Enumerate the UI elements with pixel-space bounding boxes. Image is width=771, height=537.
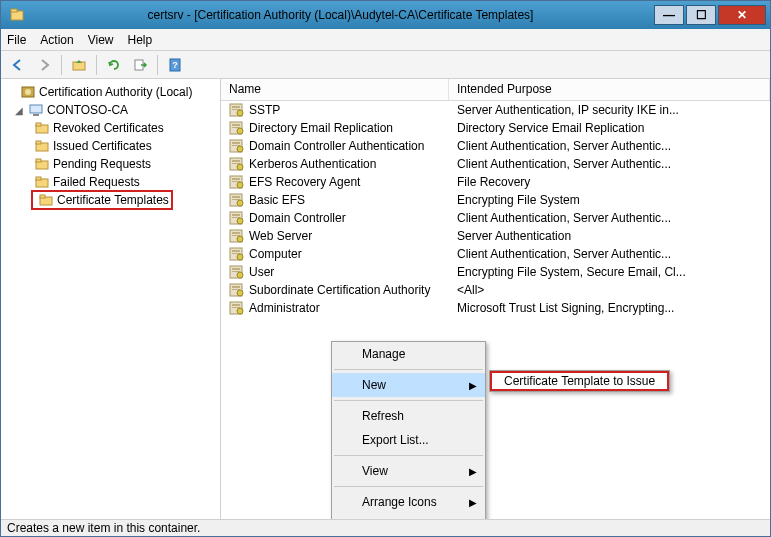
ca-root-icon [20,84,36,100]
svg-rect-25 [232,124,240,126]
export-button[interactable] [129,54,151,76]
refresh-button[interactable] [103,54,125,76]
submenu-arrow-icon: ▶ [469,497,477,508]
svg-point-51 [237,236,243,242]
collapse-icon[interactable]: ◢ [13,105,25,116]
row-purpose: <All> [449,283,770,297]
svg-rect-8 [30,105,42,113]
list-row[interactable]: Domain Controller AuthenticationClient A… [221,137,770,155]
context-export[interactable]: Export List... [332,428,485,452]
svg-rect-19 [40,195,45,198]
context-refresh[interactable]: Refresh [332,404,485,428]
row-purpose: Directory Service Email Replication [449,121,770,135]
menu-help[interactable]: Help [128,33,153,47]
svg-point-59 [237,272,243,278]
toolbar-separator [96,55,97,75]
list-row[interactable]: UserEncrypting File System, Secure Email… [221,263,770,281]
list-row[interactable]: EFS Recovery AgentFile Recovery [221,173,770,191]
list-row[interactable]: Subordinate Certification Authority<All> [221,281,770,299]
row-name: Domain Controller Authentication [249,139,424,153]
menu-view[interactable]: View [88,33,114,47]
tree-pending[interactable]: Pending Requests [1,155,220,173]
row-purpose: Client Authentication, Server Authentic.… [449,247,770,261]
menu-action[interactable]: Action [40,33,73,47]
tree-revoked[interactable]: Revoked Certificates [1,119,220,137]
tree-root[interactable]: Certification Authority (Local) [1,83,220,101]
menu-file[interactable]: File [7,33,26,47]
tree-ca[interactable]: ◢ CONTOSO-CA [1,101,220,119]
list-row[interactable]: Basic EFSEncrypting File System [221,191,770,209]
list-body[interactable]: SSTPServer Authentication, IP security I… [221,101,770,317]
row-name: Web Server [249,229,312,243]
template-icon [229,121,245,135]
title-bar: certsrv - [Certification Authority (Loca… [1,1,770,29]
row-name: EFS Recovery Agent [249,175,360,189]
context-new[interactable]: New▶ [332,373,485,397]
tree-root-label: Certification Authority (Local) [39,85,192,99]
back-button[interactable] [7,54,29,76]
template-icon [229,301,245,315]
help-button[interactable]: ? [164,54,186,76]
context-arrange[interactable]: Arrange Icons▶ [332,490,485,514]
tree-issued[interactable]: Issued Certificates [1,137,220,155]
tree-label: Revoked Certificates [53,121,164,135]
list-row[interactable]: Kerberos AuthenticationClient Authentica… [221,155,770,173]
content-area: Certification Authority (Local) ◢ CONTOS… [1,79,770,519]
svg-point-31 [237,146,243,152]
list-row[interactable]: AdministratorMicrosoft Trust List Signin… [221,299,770,317]
tree-templates[interactable]: Certificate Templates [1,191,220,209]
context-lineup[interactable]: Line up Icons [332,514,485,519]
row-purpose: Client Authentication, Server Authentic.… [449,211,770,225]
list-row[interactable]: Web ServerServer Authentication [221,227,770,245]
template-icon [229,211,245,225]
tree-panel[interactable]: Certification Authority (Local) ◢ CONTOS… [1,79,221,519]
row-purpose: Encrypting File System [449,193,770,207]
folder-icon [34,138,50,154]
context-manage[interactable]: Manage [332,342,485,366]
row-purpose: Server Authentication [449,229,770,243]
folder-icon [38,192,54,208]
list-row[interactable]: Domain ControllerClient Authentication, … [221,209,770,227]
menu-separator [334,369,483,370]
up-folder-button[interactable] [68,54,90,76]
column-purpose[interactable]: Intended Purpose [449,79,770,100]
folder-icon [34,156,50,172]
svg-rect-49 [232,232,240,234]
menu-separator [334,486,483,487]
list-header: Name Intended Purpose [221,79,770,101]
close-button[interactable]: ✕ [718,5,766,25]
svg-point-23 [237,110,243,116]
template-icon [229,103,245,117]
app-icon [9,7,25,23]
row-purpose: Server Authentication, IP security IKE i… [449,103,770,117]
row-name: Administrator [249,301,320,315]
template-icon [229,247,245,261]
svg-point-39 [237,182,243,188]
template-icon [229,157,245,171]
svg-point-43 [237,200,243,206]
svg-rect-13 [36,141,41,144]
forward-button[interactable] [33,54,55,76]
list-row[interactable]: ComputerClient Authentication, Server Au… [221,245,770,263]
row-purpose: Client Authentication, Server Authentic.… [449,139,770,153]
minimize-button[interactable]: — [654,5,684,25]
toolbar-separator [157,55,158,75]
svg-point-27 [237,128,243,134]
svg-text:?: ? [172,60,178,70]
template-icon [229,139,245,153]
template-icon [229,193,245,207]
context-view[interactable]: View▶ [332,459,485,483]
list-row[interactable]: SSTPServer Authentication, IP security I… [221,101,770,119]
row-purpose: Encrypting File System, Secure Email, Cl… [449,265,770,279]
folder-icon [34,120,50,136]
maximize-button[interactable]: ☐ [686,5,716,25]
window-title: certsrv - [Certification Authority (Loca… [29,8,652,22]
svg-rect-37 [232,178,240,180]
svg-rect-21 [232,106,240,108]
list-row[interactable]: Directory Email ReplicationDirectory Ser… [221,119,770,137]
column-name[interactable]: Name [221,79,449,100]
tree-failed[interactable]: Failed Requests [1,173,220,191]
submenu-issue-template[interactable]: Certificate Template to Issue [490,371,669,391]
svg-point-67 [237,308,243,314]
svg-point-63 [237,290,243,296]
